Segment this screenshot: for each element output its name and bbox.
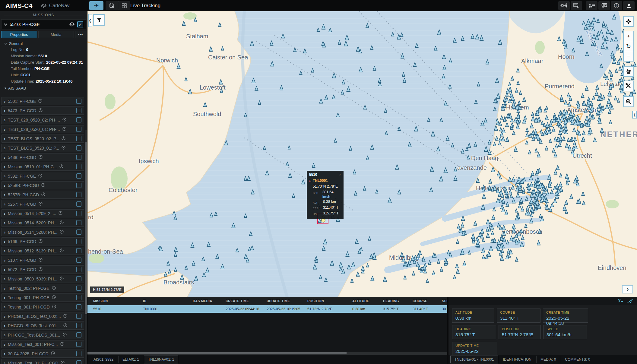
ais-contact-marker[interactable]	[512, 131, 515, 135]
ais-contact-marker[interactable]	[545, 115, 548, 120]
map-settings-button[interactable]	[623, 16, 634, 27]
ais-contact-marker[interactable]	[442, 74, 445, 79]
ais-contact-marker[interactable]	[289, 173, 292, 177]
ais-contact-marker[interactable]	[614, 96, 617, 100]
ais-contact-marker[interactable]	[565, 200, 568, 204]
sidebar-scrollbar[interactable]	[85, 130, 87, 364]
layout-select-button[interactable]	[571, 1, 582, 10]
ais-contact-marker[interactable]	[461, 216, 465, 220]
ais-contact-marker[interactable]	[587, 19, 590, 24]
mission-list-item[interactable]: ›Mission_0509_5039: PH...	[1, 275, 84, 283]
ais-contact-marker[interactable]	[202, 257, 205, 261]
ais-contact-marker[interactable]	[554, 152, 557, 157]
mission-visibility-checkbox[interactable]	[76, 183, 81, 188]
ais-contact-marker[interactable]	[502, 128, 505, 133]
ais-contact-marker[interactable]	[265, 171, 269, 175]
mission-list-item[interactable]: ›Mission_0514_5209_2: ...	[1, 209, 84, 217]
ais-contact-marker[interactable]	[244, 113, 247, 117]
ais-contact-marker[interactable]	[521, 207, 524, 211]
ais-contact-marker[interactable]	[503, 97, 506, 102]
ais-contact-marker[interactable]	[344, 41, 348, 46]
ais-contact-marker[interactable]	[477, 82, 480, 86]
ais-contact-marker[interactable]	[505, 122, 509, 127]
ais-contact-marker[interactable]	[617, 99, 620, 102]
ais-contact-marker[interactable]	[411, 256, 414, 261]
mission-visibility-checkbox[interactable]	[76, 267, 81, 272]
ais-contact-marker[interactable]	[449, 59, 452, 63]
mission-visibility-checkbox[interactable]	[76, 304, 81, 309]
ais-contact-marker[interactable]	[572, 113, 575, 117]
column-header[interactable]: UPDATE TIME	[267, 299, 307, 303]
ais-contact-marker[interactable]	[606, 29, 610, 33]
mission-planning-button[interactable]	[106, 1, 118, 10]
ais-contact-marker[interactable]	[525, 197, 528, 201]
media-review-button[interactable]	[118, 1, 130, 10]
ais-contact-marker[interactable]	[385, 131, 388, 135]
ais-contact-marker[interactable]	[530, 182, 533, 187]
ais-contact-marker[interactable]	[496, 78, 499, 83]
mission-list-item[interactable]: ›5257B: PH-CGD	[1, 191, 84, 199]
mission-list-item[interactable]: ›Testing_002: PH-CGE	[1, 284, 84, 292]
ais-contact-marker[interactable]	[559, 182, 563, 187]
ais-contact-marker[interactable]	[539, 214, 542, 217]
column-header[interactable]: COURSE	[413, 299, 442, 303]
ais-contact-marker[interactable]	[467, 155, 470, 159]
ais-contact-marker[interactable]	[349, 147, 352, 151]
ais-contact-marker[interactable]	[623, 92, 626, 96]
ais-contact-marker[interactable]	[502, 137, 505, 141]
ais-contact-marker[interactable]	[416, 262, 420, 267]
ais-contact-marker[interactable]	[541, 121, 544, 125]
ais-contact-marker[interactable]	[391, 32, 394, 36]
ais-contact-marker[interactable]	[346, 252, 349, 256]
ais-contact-marker[interactable]	[356, 272, 360, 276]
ais-contact-marker[interactable]	[486, 233, 490, 237]
ais-contact-marker[interactable]	[398, 127, 401, 131]
ais-contact-marker[interactable]	[582, 131, 585, 135]
ais-contact-marker[interactable]	[611, 51, 614, 56]
ais-contact-marker[interactable]	[610, 38, 613, 42]
ais-contact-marker[interactable]	[524, 224, 527, 227]
ais-contact-marker[interactable]	[334, 139, 337, 142]
ais-contact-marker[interactable]	[620, 48, 623, 52]
ais-contact-marker[interactable]	[395, 164, 399, 169]
mission-visibility-checkbox[interactable]	[76, 192, 81, 197]
mission-list-item[interactable]: ›PHCGD_BLOS_Test_001:...	[1, 321, 84, 330]
ais-contact-marker[interactable]	[311, 68, 314, 72]
ais-contact-marker[interactable]	[522, 188, 525, 191]
ais-contact-marker[interactable]	[356, 46, 360, 51]
ais-contact-marker[interactable]	[342, 269, 345, 274]
ais-contact-marker[interactable]	[281, 34, 285, 38]
chevron-right-icon[interactable]: ›	[4, 183, 5, 188]
ais-contact-marker[interactable]	[506, 202, 509, 206]
ais-contact-marker[interactable]	[354, 191, 357, 195]
ais-contact-marker[interactable]	[499, 137, 502, 141]
ais-contact-marker[interactable]	[549, 207, 552, 212]
ais-contact-marker[interactable]	[551, 203, 554, 207]
tab-media[interactable]: Media	[38, 31, 74, 38]
ais-contact-marker[interactable]	[596, 85, 599, 89]
ais-contact-marker[interactable]	[581, 93, 584, 98]
chevron-right-icon[interactable]: ›	[4, 118, 5, 122]
ais-contact-marker[interactable]	[515, 89, 518, 93]
ais-contact-marker[interactable]	[550, 189, 553, 194]
ais-contact-marker[interactable]	[496, 93, 500, 99]
ais-contact-marker[interactable]	[555, 144, 558, 148]
ais-contact-marker[interactable]	[430, 166, 434, 172]
ais-contact-marker[interactable]	[236, 248, 239, 252]
live-tracking-mode-button[interactable]: ✈	[89, 1, 103, 10]
mission-visibility-checkbox[interactable]	[76, 351, 81, 356]
mission-list-item[interactable]: ›TEST_BLOS_0520_02: P...	[1, 135, 84, 143]
ais-contact-marker[interactable]	[608, 109, 611, 113]
ais-contact-marker[interactable]	[209, 47, 212, 52]
chevron-right-icon[interactable]: ›	[4, 248, 5, 253]
ais-contact-marker[interactable]	[338, 40, 341, 44]
ais-contact-marker[interactable]	[538, 229, 541, 233]
contact-status-tab[interactable]: TNL16Nav01 - TNL0001	[450, 356, 498, 363]
ais-contact-marker[interactable]	[547, 175, 551, 179]
ais-contact-marker[interactable]	[355, 239, 358, 243]
filter-check-icon[interactable]	[618, 299, 623, 303]
chevron-right-icon[interactable]: ›	[4, 108, 5, 113]
ais-contact-marker[interactable]	[531, 112, 534, 116]
ais-contact-marker[interactable]	[444, 168, 447, 173]
ais-contact-marker[interactable]	[614, 37, 618, 41]
